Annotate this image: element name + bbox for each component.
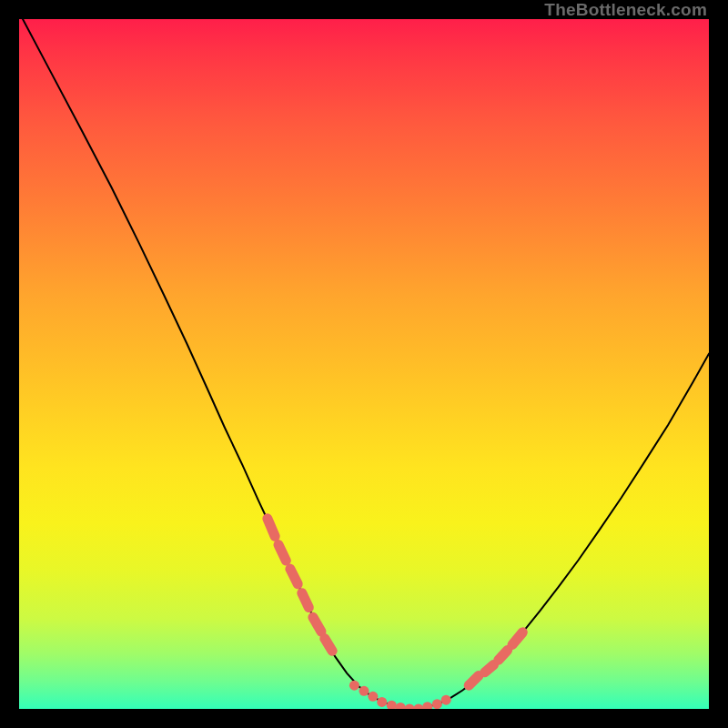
chart-svg — [19, 19, 709, 709]
highlight-dot — [441, 695, 451, 705]
highlight-dot — [359, 686, 369, 696]
highlight-dash — [499, 651, 508, 661]
highlight-dash — [485, 664, 494, 672]
highlight-dash — [302, 593, 309, 608]
curve-lines — [19, 19, 709, 709]
highlight-dot — [396, 703, 406, 709]
chart-frame — [19, 19, 709, 709]
highlight-dash — [278, 545, 286, 561]
highlight-dash — [290, 569, 298, 584]
highlight-dot — [432, 699, 442, 709]
highlight-dash — [313, 617, 321, 632]
highlight-dash — [268, 519, 275, 537]
highlight-dot — [377, 697, 387, 707]
curve-right-curve — [412, 354, 709, 709]
highlight-dot — [349, 681, 359, 691]
curve-left-curve — [19, 19, 412, 709]
highlight-dot — [368, 692, 378, 702]
highlight-dash — [469, 676, 479, 686]
highlight-dashes — [268, 519, 522, 685]
highlight-dot — [405, 704, 415, 710]
highlight-dash — [325, 639, 332, 652]
highlight-dot — [387, 701, 397, 709]
highlight-dots — [349, 681, 451, 709]
highlight-dot — [413, 704, 423, 710]
highlight-dash — [512, 632, 522, 645]
watermark-text: TheBottleneck.com — [544, 0, 707, 20]
highlight-dot — [422, 702, 432, 709]
